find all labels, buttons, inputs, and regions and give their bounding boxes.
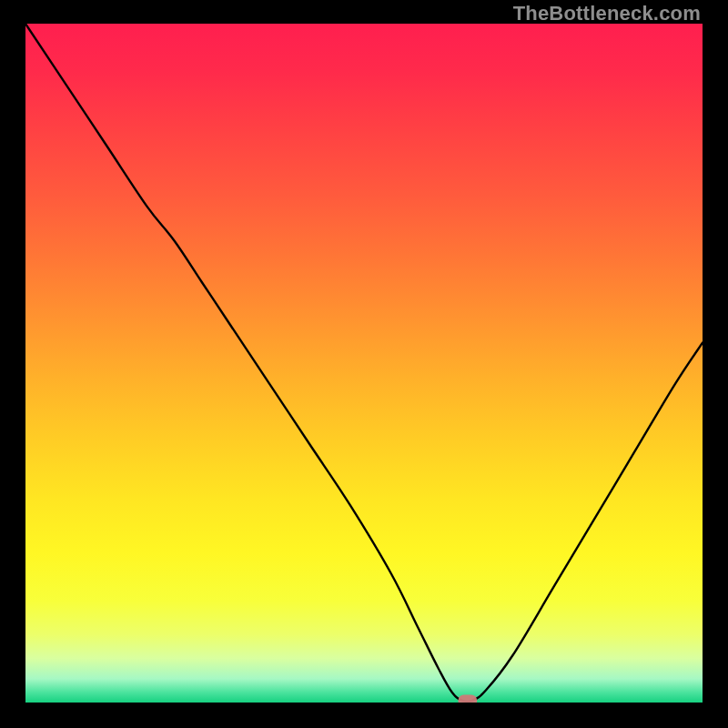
plot-area	[25, 24, 703, 703]
watermark-label: TheBottleneck.com	[513, 2, 701, 25]
chart-stage: TheBottleneck.com	[0, 0, 728, 728]
svg-rect-1	[458, 694, 477, 703]
optimum-marker	[25, 24, 703, 703]
